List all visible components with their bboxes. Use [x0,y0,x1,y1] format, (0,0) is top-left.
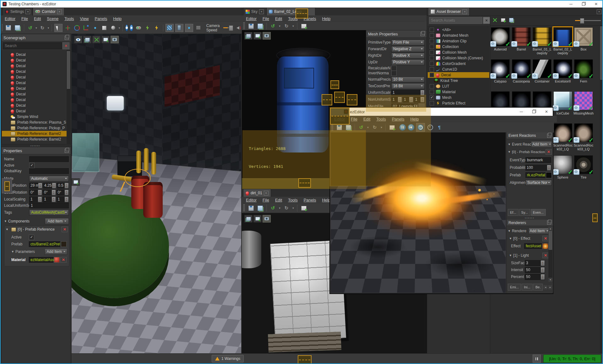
tab-sky[interactable]: Sky [243,8,266,15]
add-renderer-button[interactable]: Add Item [529,228,549,234]
redo-button[interactable] [283,204,290,212]
scenegraph-header[interactable]: Scenegraph [2,34,71,41]
tree-item-animation-clip[interactable]: Animation Clip [428,38,489,44]
asset-tire[interactable]: Tire [574,155,593,179]
menu-editor[interactable]: Editor [246,16,257,21]
sizefactor-stepper[interactable]: 3 [525,260,545,266]
intensity-stepper[interactable]: 50 [525,267,545,273]
asset-icecube[interactable]: IceCube [553,91,572,115]
undo-dropdown-icon[interactable] [367,126,369,129]
layers-icon[interactable] [244,32,253,40]
invertnormals-checkbox[interactable] [391,71,397,76]
close-button[interactable] [590,1,602,8]
scaling-z-stepper[interactable]: 1 [57,196,69,202]
scenegraph-item-decal[interactable]: Decal [2,86,66,91]
undo-dropdown-icon[interactable] [278,206,281,210]
asset-excelsior[interactable]: ExcelsiorII [553,59,572,83]
asset-cassiopeia[interactable]: Cassiopeia [512,59,531,83]
scale-tool-button[interactable] [82,24,90,32]
tree-item-collection[interactable]: Collection [428,44,489,50]
undo-button[interactable] [26,24,34,32]
toolbar-grip[interactable] [331,124,333,131]
toolbar-grip[interactable] [243,204,245,212]
effect-asset-field[interactable]: fectAsset [524,243,542,249]
screenshot-icon[interactable] [253,215,262,222]
tab-effect[interactable]: Ef... [508,209,519,216]
tab-sky-close-icon[interactable] [259,9,264,14]
tab-event[interactable]: Even... [531,209,546,216]
minimize-button[interactable] [565,1,577,8]
rotation-z-stepper[interactable]: 0° [57,190,69,195]
transform-assets-icon[interactable] [500,17,506,23]
tree-item-colorgradient[interactable]: ColorGradient [428,61,489,67]
scene-red-barrel-2[interactable] [143,182,163,218]
uniformscaling-field[interactable]: 1 [29,203,69,208]
pause-effect-button[interactable] [399,124,406,131]
asset-calypso[interactable]: Calypso [491,59,510,83]
menu-editor[interactable]: Editor [246,198,257,202]
show-pivot-icon[interactable] [436,124,443,131]
redo-dropdown-icon[interactable] [292,206,295,210]
material-asset-field[interactable]: ezMaterialAsset [29,257,53,263]
remove-renderer-icon[interactable] [542,236,549,241]
asset-list-icon[interactable] [508,17,514,23]
particle-viewport[interactable] [331,132,506,293]
clear-search-icon[interactable] [62,42,69,49]
menu-file[interactable]: File [351,117,357,121]
tree-item-lut[interactable]: LUT [428,83,489,89]
simulate-start-button[interactable] [144,24,151,32]
asset-scannedrock03[interactable]: ScannedRock03_LQ [574,123,593,151]
mode-dropdown[interactable]: Automatic [29,176,69,182]
menu-help[interactable]: Help [410,117,419,121]
scenegraph-scrollbar[interactable] [67,50,70,144]
menu-help[interactable]: Help [113,16,122,21]
prefab-browse-button[interactable] [61,241,67,247]
remove-reaction-icon[interactable] [546,149,552,155]
scenegraph-item-prefab-barrel2[interactable]: Prefab Reference: Barrel2 [2,136,66,142]
tree-item-collision-mesh-convex[interactable]: Collision Mesh (Convex) [428,55,489,61]
eye-icon[interactable] [74,36,82,43]
save-button[interactable] [335,124,343,131]
tab-dirt01[interactable]: dirt_01 [243,189,271,197]
rotation-y-stepper[interactable]: 0° [43,190,56,195]
play-from-here-button[interactable] [130,24,133,31]
asset-container[interactable]: Container [533,59,551,83]
camera-icon[interactable] [263,215,271,222]
tree-item-collision-mesh[interactable]: Collision Mesh [428,50,489,55]
rotation-x-stepper[interactable]: 0° [29,190,42,195]
view-flag-button[interactable] [175,24,183,32]
position-z-stepper[interactable]: 0.5 [57,183,69,189]
clear-asset-search-icon[interactable] [483,17,490,24]
redo-button[interactable] [39,24,46,32]
scenegraph-item-decal[interactable]: Decal [2,103,66,108]
export-asset-button[interactable] [300,22,307,30]
simulation-speed-icon[interactable] [426,124,434,131]
scaling-x-stepper[interactable]: 1 [29,196,42,202]
menu-panels[interactable]: Panels [392,117,405,121]
scenegraph-search-input[interactable] [3,42,62,49]
undo-button[interactable] [269,22,277,30]
asset-sphere[interactable]: Sphere [553,155,572,179]
panel-splitter[interactable]: •••••• [525,217,535,220]
tree-item-material[interactable]: Material [428,89,489,95]
tree-item-all[interactable]: <All> [428,27,489,33]
menu-panels[interactable]: Panels [304,198,316,202]
add-component-button[interactable]: Add Item [45,218,69,224]
recalculatenormals-checkbox[interactable] [391,66,397,71]
menu-scene[interactable]: Scene [47,16,58,21]
greybox-button[interactable] [100,24,108,32]
loop-effect-button[interactable] [416,123,425,132]
updir-dropdown[interactable]: Positive Y [391,59,425,65]
tree-item-animated-mesh[interactable]: Animated Mesh [428,33,489,38]
translate-tool-button[interactable] [64,24,72,32]
export-asset-button[interactable] [388,124,396,131]
scenegraph-item-simple-wind[interactable]: Simple Wind [2,114,66,120]
tab-dirt01-close-icon[interactable] [264,191,269,195]
remove-material-icon[interactable] [60,257,67,263]
globalkey-field[interactable] [29,168,69,174]
position-x-stepper[interactable]: 29 m [29,183,42,189]
simulate-button[interactable] [153,24,160,32]
scenegraph-item-decal[interactable]: Decal [2,91,66,97]
redo-button[interactable] [283,22,290,30]
float-panel-icon[interactable] [65,149,69,153]
